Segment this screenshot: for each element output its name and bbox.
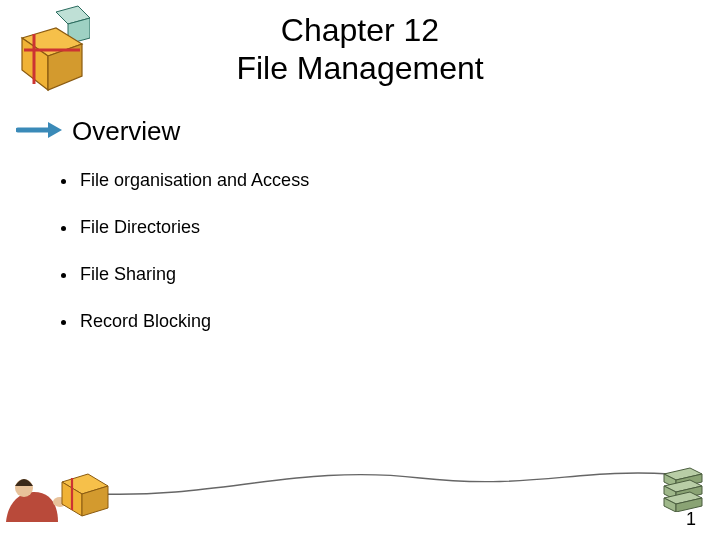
current-section-row: Overview: [16, 116, 180, 147]
slide-title: Chapter 12 File Management: [0, 12, 720, 88]
title-line-2: File Management: [0, 50, 720, 88]
list-item: File Directories: [78, 217, 309, 238]
bullet-text: File organisation and Access: [80, 170, 309, 190]
arrow-right-icon: [16, 120, 62, 144]
bullet-text: Record Blocking: [80, 311, 211, 331]
bullet-list: File organisation and Access File Direct…: [58, 170, 309, 358]
bullet-text: File Directories: [80, 217, 200, 237]
current-section-label: Overview: [72, 116, 180, 147]
person-carry-cube-icon: [0, 458, 112, 526]
svg-marker-6: [48, 122, 62, 138]
slide: Chapter 12 File Management Overview File…: [0, 0, 720, 540]
bullet-text: File Sharing: [80, 264, 176, 284]
list-item: Record Blocking: [78, 311, 309, 332]
title-line-1: Chapter 12: [0, 12, 720, 50]
list-item: File Sharing: [78, 264, 309, 285]
list-item: File organisation and Access: [78, 170, 309, 191]
page-number: 1: [686, 509, 696, 530]
connector-wire: [100, 460, 670, 500]
stacked-boxes-icon: [660, 464, 704, 516]
